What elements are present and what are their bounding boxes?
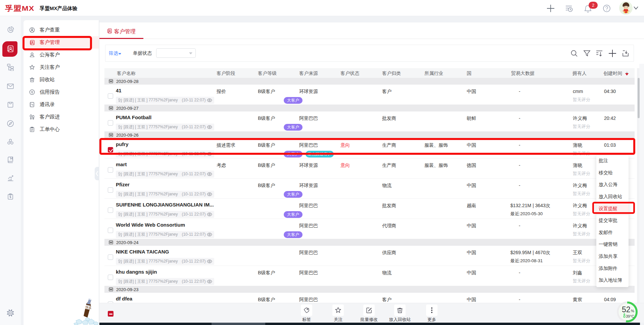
- svg-text:%: %: [631, 309, 634, 313]
- svg-text:39°C: 39°C: [626, 314, 634, 318]
- svg-text:52: 52: [622, 305, 631, 314]
